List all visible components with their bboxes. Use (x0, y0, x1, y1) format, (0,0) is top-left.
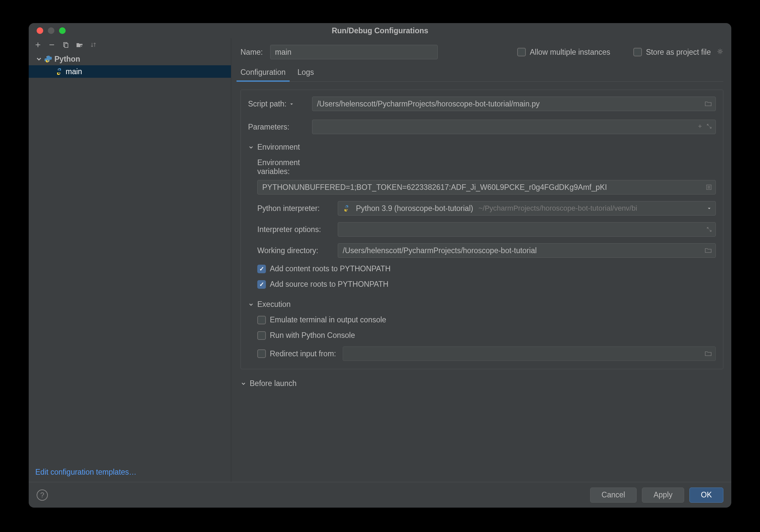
tree-parent-label: Python (54, 55, 80, 64)
sidebar: Python main Edit configuration templates… (29, 38, 231, 482)
checkbox-icon (257, 331, 266, 340)
gear-icon[interactable] (717, 48, 723, 56)
caret-down-icon[interactable] (289, 102, 294, 107)
checkbox-checked-icon (257, 265, 266, 273)
environment-section-header[interactable]: Environment (248, 143, 716, 152)
parameters-label: Parameters: (248, 123, 307, 132)
traffic-lights (29, 27, 66, 34)
checkbox-icon (633, 48, 642, 56)
tree-child-label: main (66, 67, 82, 76)
checkbox-icon (257, 316, 266, 324)
configuration-panel: Script path: Param (240, 82, 723, 482)
run-python-console-checkbox[interactable]: Run with Python Console (257, 331, 355, 340)
tree-node-main[interactable]: main (29, 65, 231, 78)
tab-configuration[interactable]: Configuration (240, 68, 286, 81)
execution-section-header[interactable]: Execution (248, 300, 716, 309)
working-dir-label: Working directory: (257, 246, 331, 255)
add-source-roots-checkbox[interactable]: Add source roots to PYTHONPATH (257, 280, 389, 289)
expand-icon[interactable] (707, 227, 712, 232)
config-tree: Python main (29, 52, 231, 463)
svg-point-6 (60, 73, 60, 74)
name-input[interactable] (270, 45, 438, 59)
chevron-down-icon (248, 302, 254, 308)
script-path-input[interactable] (312, 97, 716, 111)
svg-point-7 (719, 50, 721, 52)
tabs: Configuration Logs (240, 68, 723, 82)
expand-icon[interactable] (707, 124, 712, 130)
list-icon[interactable] (706, 184, 712, 190)
add-content-roots-checkbox[interactable]: Add content roots to PYTHONPATH (257, 264, 391, 273)
name-label: Name: (240, 48, 263, 57)
store-project-label: Store as project file (646, 48, 711, 57)
window-maximize-button[interactable] (59, 27, 66, 34)
browse-icon[interactable] (705, 247, 712, 253)
interpreter-label: Python interpreter: (257, 204, 331, 213)
help-icon[interactable]: ? (37, 489, 48, 501)
store-project-checkbox[interactable]: Store as project file (633, 48, 723, 57)
svg-point-5 (58, 69, 59, 69)
tree-node-python[interactable]: Python (29, 53, 231, 65)
allow-multiple-checkbox[interactable]: Allow multiple instances (517, 48, 610, 57)
titlebar: Run/Debug Configurations (29, 23, 731, 38)
redirect-input-checkbox[interactable]: Redirect input from: (257, 349, 336, 358)
plus-icon[interactable] (697, 124, 703, 130)
browse-icon[interactable] (705, 351, 712, 357)
sidebar-toolbar (29, 38, 231, 52)
tab-logs[interactable]: Logs (298, 68, 314, 81)
script-path-label: Script path: (248, 100, 307, 109)
apply-button[interactable]: Apply (642, 488, 684, 503)
checkbox-icon (517, 48, 526, 56)
dialog-window: Run/Debug Configurations (29, 23, 731, 508)
working-dir-input[interactable] (338, 243, 716, 258)
interpreter-path: ~/PycharmProjects/horoscope-bot-tutorial… (478, 204, 711, 213)
parameters-input[interactable] (312, 120, 716, 134)
main-panel: Name: Allow multiple instances Store as … (231, 38, 731, 482)
folder-icon[interactable] (75, 41, 83, 49)
sort-icon[interactable] (89, 41, 97, 49)
checkbox-icon (257, 349, 266, 358)
checkbox-checked-icon (257, 280, 266, 289)
add-icon[interactable] (34, 41, 42, 49)
ok-button[interactable]: OK (689, 488, 723, 503)
allow-multiple-label: Allow multiple instances (530, 48, 610, 57)
edit-templates-link[interactable]: Edit configuration templates… (29, 463, 231, 482)
copy-icon[interactable] (62, 41, 70, 49)
chevron-down-icon (35, 55, 43, 63)
script-fieldset: Script path: Param (240, 90, 723, 369)
env-vars-input[interactable] (257, 180, 716, 195)
interpreter-select[interactable]: Python 3.9 (horoscope-bot-tutorial) ~/Py… (338, 201, 716, 216)
caret-down-icon (707, 204, 712, 213)
python-icon (44, 55, 52, 63)
redirect-input-field[interactable] (343, 346, 716, 361)
window-close-button[interactable] (37, 27, 43, 34)
name-row: Name: Allow multiple instances Store as … (240, 45, 723, 59)
cancel-button[interactable]: Cancel (590, 488, 637, 503)
dialog-title: Run/Debug Configurations (29, 26, 731, 35)
python-icon (55, 67, 63, 75)
python-icon (343, 205, 350, 212)
chevron-down-icon (248, 144, 254, 150)
interpreter-name: Python 3.9 (horoscope-bot-tutorial) (356, 204, 473, 213)
remove-icon[interactable] (48, 41, 56, 49)
svg-rect-1 (65, 44, 68, 47)
interpreter-options-input[interactable] (338, 222, 716, 237)
env-vars-label: Environment variables: (257, 158, 331, 176)
emulate-terminal-checkbox[interactable]: Emulate terminal in output console (257, 315, 386, 324)
before-launch-section-header[interactable]: Before launch (240, 379, 723, 388)
dialog-body: Python main Edit configuration templates… (29, 38, 731, 482)
chevron-down-icon (240, 381, 246, 387)
interpreter-options-label: Interpreter options: (257, 225, 331, 234)
dialog-footer: ? Cancel Apply OK (29, 482, 731, 508)
window-minimize-button[interactable] (48, 27, 54, 34)
browse-icon[interactable] (705, 101, 712, 107)
